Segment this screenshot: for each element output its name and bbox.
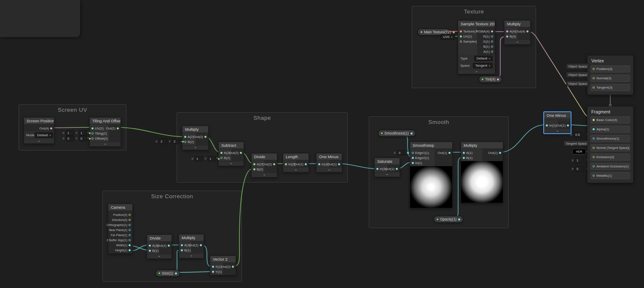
fragment-row-base-color[interactable]: Base Color(3) (590, 116, 630, 124)
port-a[interactable] (463, 152, 465, 154)
node-vector2[interactable]: Vector 2 X(1) Y(1) Out(2) (210, 256, 236, 275)
port-a[interactable] (253, 163, 255, 165)
normal-tangent-space-dropdown[interactable]: Tangent Space (564, 140, 589, 146)
port-height[interactable] (129, 249, 131, 251)
node-smoothstep[interactable]: Smoothstep Edge1(1) Edge2(1) In(1) Out(1… (410, 142, 453, 208)
fragment-block[interactable]: Fragment Base Color(3) Alpha(1) Smoothne… (587, 106, 633, 183)
port-out[interactable] (200, 244, 202, 246)
collapse-chevron-icon[interactable]: ⌄ (24, 139, 54, 143)
port-in[interactable] (318, 163, 320, 165)
edge-vector2-to-divide-b[interactable] (233, 169, 253, 266)
port-offset[interactable] (91, 137, 94, 140)
edge-multiply-to-oneminus[interactable] (500, 125, 545, 152)
port-out[interactable] (396, 168, 398, 170)
node-sample-texture-2d[interactable]: Sample Texture 2D Texture(T2) UV(2) Samp… (458, 20, 495, 74)
port-out[interactable] (168, 245, 170, 247)
port-b[interactable] (253, 168, 255, 170)
collapse-chevron-icon[interactable]: ⌄ (90, 142, 121, 146)
mode-dropdown[interactable]: Default▾ (35, 132, 53, 138)
port-b[interactable] (220, 157, 223, 159)
node-multiply-texture[interactable]: Multiply A(4) B(4) Out(4) ⌄ (504, 20, 531, 45)
node-screen-position[interactable]: Screen Position Out(4) Mode Default▾ ⌄ (24, 117, 54, 144)
collapse-chevron-icon[interactable]: ⌄ (458, 69, 495, 74)
port-normal[interactable] (593, 147, 595, 149)
port-out[interactable] (232, 266, 234, 268)
port-x[interactable] (212, 266, 214, 268)
port-a[interactable] (491, 51, 493, 53)
port-normal[interactable] (593, 77, 595, 79)
node-one-minus-selected[interactable]: One Minus In(1) Out(1) ⌄ (544, 112, 571, 134)
property-pill-size[interactable]: Size(1) (156, 270, 180, 277)
output-port[interactable] (411, 132, 413, 135)
fragment-row-normal[interactable]: Normal (Tangent Space)(3) (590, 144, 630, 151)
tangent-space-dropdown[interactable]: Object Space (566, 81, 589, 86)
fragment-row-metallic[interactable]: Metallic(1) (590, 172, 630, 179)
port-alpha[interactable] (593, 128, 595, 130)
shader-graph-canvas[interactable]: { "icons": {"chevron": "⌄", "caret": "▾"… (0, 0, 644, 288)
smoothness-float-widget[interactable]: X0.5 (570, 132, 582, 137)
output-port[interactable] (453, 31, 455, 33)
port-tangent[interactable] (593, 86, 595, 89)
port-out[interactable] (448, 152, 451, 154)
port-y[interactable] (212, 271, 214, 273)
fragment-row-smoothness[interactable]: Smoothness(1) (590, 135, 630, 142)
port-smoothness[interactable] (593, 137, 595, 140)
node-tiling-and-offset[interactable]: Tiling And Offset UV(2) Tiling(2) Offset… (89, 117, 121, 147)
port-g[interactable] (491, 40, 493, 43)
subtract-b-vector-widget[interactable]: X1 Y1 (191, 156, 220, 161)
node-multiply-smooth[interactable]: Multiply A(1) B(1) Out(1) (461, 142, 503, 203)
port-a[interactable] (149, 245, 151, 247)
port-a[interactable] (506, 30, 508, 32)
collapse-chevron-icon[interactable]: ⌄ (375, 172, 400, 177)
port-in[interactable] (412, 162, 414, 164)
ambient-occlusion-float-widget[interactable]: X1 (571, 158, 583, 163)
collapse-chevron-icon[interactable]: ⌄ (544, 129, 571, 133)
port-far-plane[interactable] (129, 234, 131, 236)
edge1-float-widget[interactable]: X0 (393, 150, 409, 156)
port-out[interactable] (240, 152, 242, 154)
collapse-chevron-icon[interactable]: ⌄ (504, 40, 530, 44)
vertex-row-normal[interactable]: Normal(3) (590, 75, 630, 82)
node-camera[interactable]: Camera Position(3) Direction(3) Orthogra… (108, 204, 133, 254)
edge-tiling-to-shapemultiply[interactable] (117, 127, 184, 137)
port-texture[interactable] (460, 30, 462, 32)
position-space-dropdown[interactable]: Object Space (566, 63, 589, 69)
collapse-chevron-icon[interactable]: ⌄ (182, 145, 208, 150)
offset-vector-widget[interactable]: X0 Y0 (62, 136, 91, 141)
metallic-float-widget[interactable]: X0 (571, 166, 583, 172)
node-one-minus-shape[interactable]: One Minus In(1) Out(1) ⌄ (316, 153, 342, 172)
port-position[interactable] (593, 68, 595, 70)
node-multiply-size[interactable]: Multiply A(1) B(1) Out(1) ⌄ (179, 234, 204, 258)
port-out[interactable] (117, 127, 119, 129)
collapse-chevron-icon[interactable]: ⌄ (147, 254, 172, 258)
port-b[interactable] (184, 141, 186, 143)
port-position[interactable] (129, 214, 131, 216)
port-ambient-occlusion[interactable] (593, 165, 595, 167)
type-dropdown[interactable]: Default▾ (474, 56, 493, 61)
uv-channel-dropdown[interactable]: UV0 ▾ (440, 34, 455, 40)
property-pill-tint[interactable]: Tint(4) (479, 76, 502, 83)
port-edge1[interactable] (412, 152, 414, 154)
port-uv[interactable] (91, 127, 94, 129)
port-a[interactable] (181, 244, 183, 246)
output-port[interactable] (497, 78, 499, 81)
port-width[interactable] (129, 244, 131, 246)
node-multiply-shape[interactable]: Multiply A(2) B(2) Out(2) ⌄ (182, 126, 209, 150)
port-near-plane[interactable] (129, 229, 131, 231)
output-port[interactable] (458, 218, 460, 221)
collapse-chevron-icon[interactable]: ⌄ (283, 167, 309, 172)
node-subtract[interactable]: Subtract A(2) B(2) Out(2) ⌄ (218, 142, 244, 166)
port-in[interactable] (376, 168, 378, 170)
output-port[interactable] (175, 272, 177, 275)
port-base-color[interactable] (593, 119, 595, 121)
port-in[interactable] (546, 124, 548, 127)
node-divide-size[interactable]: Divide A(1) B(1) Out(1) ⌄ (147, 234, 172, 259)
collapse-chevron-icon[interactable]: ⌄ (219, 161, 244, 166)
port-out[interactable] (526, 30, 529, 32)
port-out[interactable] (273, 163, 275, 165)
port-metallic[interactable] (593, 175, 595, 177)
node-saturate[interactable]: Saturate In(1) Out(1) ⌄ (374, 158, 400, 177)
multiply-b-vector-widget[interactable]: X2 Y2 (155, 139, 184, 144)
edge-tint-to-multiply-b[interactable] (495, 37, 505, 78)
port-r[interactable] (491, 35, 493, 38)
